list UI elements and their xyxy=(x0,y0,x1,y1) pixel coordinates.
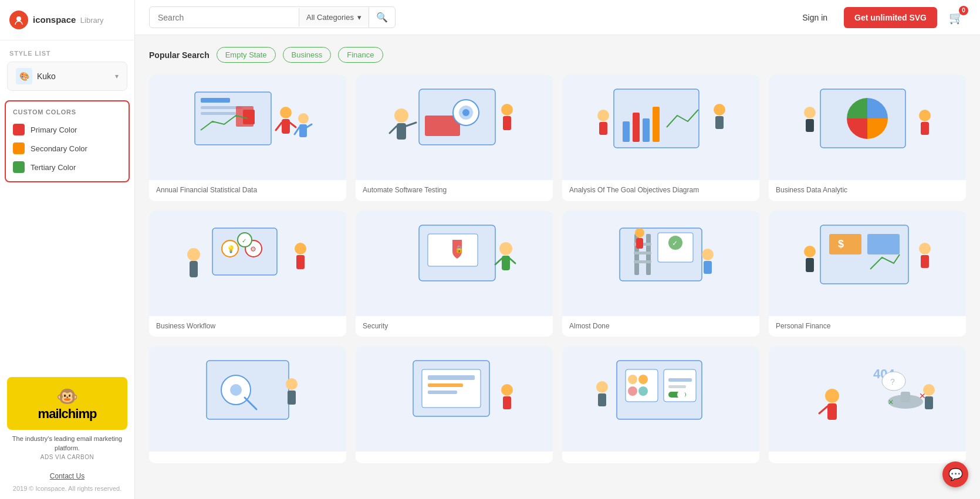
card-annual-financial[interactable]: Annual Financial Statistical Data xyxy=(149,74,346,201)
tag-finance[interactable]: Finance xyxy=(338,47,383,63)
cards-grid: Annual Financial Statistical Data xyxy=(149,74,966,463)
card-business-workflow[interactable]: 💡 ⚙ ✓ Business Workflow xyxy=(149,211,346,337)
card-image-6: 🔒 xyxy=(356,211,553,316)
footer-text: 2019 © Iconspace. All rights reserved. xyxy=(0,483,134,499)
svg-point-31 xyxy=(597,110,609,121)
card-title-10 xyxy=(356,452,553,463)
style-name: Kuko xyxy=(37,72,56,81)
search-button[interactable]: 🔍 xyxy=(369,7,395,28)
card-title-5: Business Workflow xyxy=(149,316,346,337)
card-row3-1[interactable] xyxy=(149,346,346,463)
style-thumb: 🎨 xyxy=(16,68,32,84)
card-title-7: Almost Done xyxy=(562,316,759,337)
svg-point-48 xyxy=(187,248,200,261)
svg-point-97 xyxy=(628,386,637,396)
logo-area: iconspace Library xyxy=(0,0,134,40)
card-row3-3[interactable] xyxy=(562,346,759,463)
card-business-data-analytic[interactable]: Business Data Analytic xyxy=(769,74,966,201)
card-personal-finance[interactable]: $ Personal Finance xyxy=(769,211,966,337)
svg-line-10 xyxy=(290,123,296,127)
svg-rect-40 xyxy=(921,122,929,135)
sign-in-button[interactable]: Sign in xyxy=(795,8,834,27)
search-input[interactable] xyxy=(150,8,299,27)
card-security[interactable]: 🔒 Security xyxy=(356,211,553,337)
svg-line-58 xyxy=(510,259,515,263)
tertiary-color-item[interactable]: Tertiary Color xyxy=(11,158,124,176)
svg-rect-6 xyxy=(243,110,255,124)
svg-point-24 xyxy=(501,104,513,116)
card-image-9 xyxy=(149,346,346,452)
svg-point-50 xyxy=(295,243,306,254)
svg-rect-2 xyxy=(201,98,230,103)
card-analysis-goal[interactable]: Analysis Of The Goal Objectives Diagram xyxy=(562,74,759,201)
secondary-color-item[interactable]: Secondary Color xyxy=(11,139,124,158)
chevron-down-icon: ▾ xyxy=(115,72,119,80)
svg-rect-105 xyxy=(598,393,606,406)
svg-point-91 xyxy=(501,384,513,396)
card-title-12 xyxy=(769,452,966,463)
unlimited-svg-button[interactable]: Get unlimited SVG xyxy=(844,7,937,28)
svg-line-23 xyxy=(406,123,416,126)
primary-color-item[interactable]: Primary Color xyxy=(11,120,124,139)
monkey-icon: 🐵 xyxy=(56,386,78,406)
tag-empty-state[interactable]: Empty State xyxy=(217,47,276,63)
svg-line-14 xyxy=(307,124,312,127)
svg-rect-77 xyxy=(806,258,814,272)
svg-rect-71 xyxy=(704,261,712,274)
svg-line-57 xyxy=(495,259,502,264)
card-automate-testing[interactable]: Automate Software Testing xyxy=(356,74,553,201)
svg-point-70 xyxy=(702,249,714,260)
svg-text:🔒: 🔒 xyxy=(455,245,464,253)
svg-line-22 xyxy=(390,126,397,133)
svg-point-0 xyxy=(16,16,21,21)
chat-widget[interactable]: 💬 xyxy=(942,461,968,487)
svg-point-33 xyxy=(714,104,725,116)
tertiary-color-label: Tertiary Color xyxy=(31,163,76,172)
secondary-color-label: Secondary Color xyxy=(31,144,87,153)
svg-rect-27 xyxy=(623,121,630,142)
category-chevron-icon: ▾ xyxy=(357,13,361,22)
ad-description: The industry's leading email marketing p… xyxy=(7,434,127,453)
svg-rect-94 xyxy=(626,369,658,402)
card-title-9 xyxy=(149,452,346,463)
svg-point-104 xyxy=(596,381,608,393)
svg-rect-25 xyxy=(503,116,511,130)
svg-point-39 xyxy=(919,110,931,121)
svg-point-37 xyxy=(804,107,816,118)
svg-rect-89 xyxy=(428,383,463,387)
svg-rect-51 xyxy=(296,255,305,269)
svg-point-116 xyxy=(923,384,935,396)
svg-text:💡: 💡 xyxy=(227,245,235,253)
ad-image[interactable]: 🐵 mailchimp xyxy=(7,377,127,430)
svg-text:✕: ✕ xyxy=(888,398,894,406)
svg-text:✓: ✓ xyxy=(242,237,246,244)
contact-us-link[interactable]: Contact Us xyxy=(0,467,134,483)
card-image-3 xyxy=(562,74,759,180)
card-row3-4[interactable]: 404 ? ✕ ✕ xyxy=(769,346,966,463)
card-image-12: 404 ? ✕ ✕ xyxy=(769,346,966,452)
style-selector[interactable]: 🎨 Kuko ▾ xyxy=(7,62,127,91)
cart-button[interactable]: 🛒 0 xyxy=(947,8,966,27)
svg-rect-110 xyxy=(827,403,837,420)
sidebar: iconspace Library STYLE LIST 🎨 Kuko ▾ CU… xyxy=(0,0,135,499)
svg-rect-90 xyxy=(428,391,457,394)
svg-rect-63 xyxy=(634,252,651,254)
tertiary-color-swatch xyxy=(13,161,25,173)
custom-colors-section: CUSTOM COLORS Primary Color Secondary Co… xyxy=(5,100,130,182)
svg-rect-88 xyxy=(428,375,475,380)
primary-color-swatch xyxy=(13,124,25,135)
category-select[interactable]: All Categories ▾ xyxy=(299,8,369,26)
card-image-8: $ xyxy=(769,211,966,316)
svg-point-109 xyxy=(825,389,839,403)
logo-icon xyxy=(9,11,28,29)
content-area: Popular Search Empty State Business Fina… xyxy=(135,35,980,499)
card-almost-done[interactable]: ✓ Almost Done xyxy=(562,211,759,337)
svg-point-20 xyxy=(394,108,408,123)
card-row3-2[interactable] xyxy=(356,346,553,463)
svg-rect-69 xyxy=(636,238,643,249)
card-image-5: 💡 ⚙ ✓ xyxy=(149,211,346,316)
svg-rect-75 xyxy=(867,234,900,254)
tag-business[interactable]: Business xyxy=(283,47,332,63)
ads-via-label: ADS VIA CARBON xyxy=(7,454,127,460)
svg-rect-28 xyxy=(633,113,640,142)
